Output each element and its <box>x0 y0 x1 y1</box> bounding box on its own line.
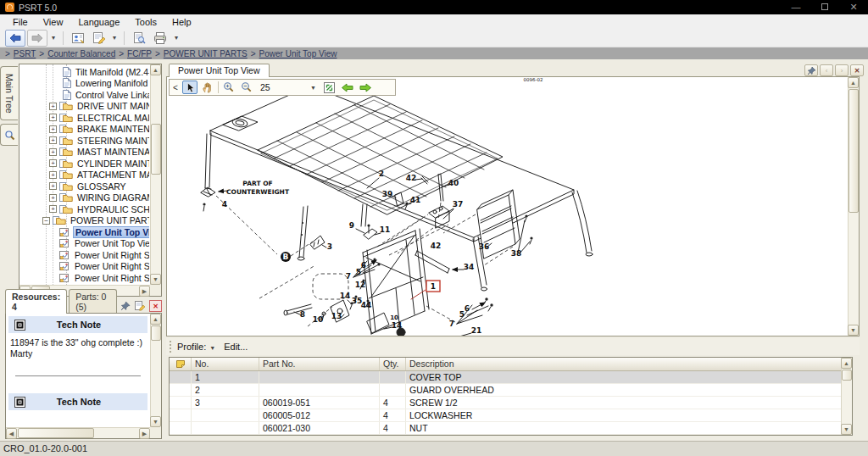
plus-expander-icon[interactable]: + <box>49 114 57 121</box>
forward-button[interactable] <box>27 30 47 47</box>
tree-item[interactable]: Power Unit Right Side Vie <box>20 272 149 284</box>
close-panel-button[interactable]: ✕ <box>149 300 162 312</box>
column-header-description[interactable]: Description <box>406 358 841 370</box>
tree-item[interactable]: +HYDRAULIC SCHEMATIC <box>20 203 149 215</box>
breadcrumb-link[interactable]: POWER UNIT PARTS <box>164 49 248 58</box>
tree-item[interactable]: +MAST MAINTENANCE <box>20 147 149 158</box>
tech-note-icon <box>14 320 25 331</box>
breadcrumb-link[interactable]: FC/FP <box>127 49 152 58</box>
close-view-button[interactable]: ✕ <box>850 64 864 76</box>
tree-vertical-scrollbar[interactable]: ▲ ▼ <box>150 64 161 285</box>
tree-item[interactable]: Power Unit Top View <box>20 226 149 238</box>
tree-item[interactable]: Power Unit Top View (01 <box>20 238 149 250</box>
plus-expander-icon[interactable]: + <box>49 148 57 156</box>
tree-item[interactable]: +STEERING MAINTENANC <box>20 135 149 147</box>
parts-table-row[interactable]: 2GUARD OVERHEAD <box>170 384 841 397</box>
tree-item[interactable]: −POWER UNIT PARTS <box>20 215 149 227</box>
menu-help[interactable]: Help <box>164 17 199 27</box>
pin-view-button[interactable] <box>804 64 818 76</box>
print-button[interactable] <box>150 30 170 47</box>
history-dropdown-caret[interactable]: ▾ <box>49 34 58 42</box>
toolbar-grip[interactable] <box>170 341 172 353</box>
selected-part-callout[interactable]: 1 <box>431 282 436 291</box>
menu-language[interactable]: Language <box>70 17 127 27</box>
zoom-dropdown-caret[interactable]: ▼ <box>310 85 316 91</box>
collapse-toolbar-button[interactable]: < <box>173 83 180 92</box>
tree-item[interactable]: +WIRING DIAGRAMS <box>20 192 149 204</box>
annotation-dropdown-caret[interactable]: ▾ <box>110 34 119 42</box>
select-tool-button[interactable] <box>182 81 198 94</box>
folder-icon <box>59 113 73 123</box>
tree-item[interactable]: Tilt Manifold (M2.4-20 <box>20 66 149 78</box>
plus-expander-icon[interactable]: + <box>49 159 57 167</box>
tree-item[interactable]: +DRIVE UNIT MAINTENAN <box>20 101 149 113</box>
minimize-button[interactable]: — <box>782 0 810 14</box>
part-callout: 36 <box>479 242 490 251</box>
maximize-button[interactable] <box>810 0 839 14</box>
minus-expander-icon[interactable]: − <box>42 217 50 225</box>
row-marker-column-header[interactable] <box>170 358 192 370</box>
fit-view-button[interactable] <box>322 81 337 94</box>
tree-item[interactable]: Lowering Manifold (M <box>20 78 149 90</box>
menu-tools[interactable]: Tools <box>127 17 164 27</box>
tree-item[interactable]: +CYLINDER MAINTENANC <box>20 158 149 170</box>
tree-item[interactable]: +ELECTRICAL MAINTENAI <box>20 112 149 124</box>
tech-note-header[interactable]: Tech Note <box>8 393 147 410</box>
menu-view[interactable]: View <box>36 17 71 27</box>
parts-table-row[interactable]: 060005-0124LOCKWASHER <box>170 409 841 422</box>
tree-item[interactable]: +BRAKE MAINTENANCE <box>20 124 149 136</box>
column-header-part-no[interactable]: Part No. <box>259 358 380 370</box>
plus-expander-icon[interactable]: + <box>49 205 57 213</box>
search-tab[interactable] <box>0 124 18 146</box>
column-header-no[interactable]: No. <box>192 358 259 370</box>
parts-table-row[interactable]: 1COVER TOP <box>170 371 841 384</box>
resources-vertical-scrollbar[interactable]: ▲ ▼ <box>150 314 161 427</box>
back-button[interactable] <box>5 30 25 47</box>
main-tree-tab[interactable]: Main Tree <box>0 66 18 120</box>
plus-expander-icon[interactable]: + <box>49 103 57 110</box>
plus-expander-icon[interactable]: + <box>49 171 57 179</box>
resources-horizontal-scrollbar[interactable]: ◀ ▶ <box>6 427 150 438</box>
profile-dropdown-caret[interactable]: ▼ <box>209 345 215 351</box>
breadcrumb-link[interactable]: PSRT <box>14 49 36 58</box>
print-preview-button[interactable] <box>130 30 148 47</box>
plus-expander-icon[interactable]: + <box>49 194 57 202</box>
contact-search-button[interactable] <box>69 30 88 47</box>
close-button[interactable]: ✕ <box>839 0 868 14</box>
document-tab[interactable]: Power Unit Top View <box>169 64 270 77</box>
plus-expander-icon[interactable]: + <box>49 136 57 144</box>
previous-sheet-button[interactable] <box>340 81 355 94</box>
menu-file[interactable]: File <box>5 17 36 27</box>
pan-tool-button[interactable] <box>200 81 215 94</box>
zoom-level-input[interactable]: 25 <box>257 82 308 92</box>
tab-parts[interactable]: Parts: 0 (5) <box>69 289 117 314</box>
next-sheet-button[interactable] <box>358 81 373 94</box>
parts-table-row[interactable]: 060021-0304NUT <box>170 422 841 435</box>
zoom-in-button[interactable] <box>221 81 236 94</box>
tree-item[interactable]: Power Unit Right Side Vie <box>20 261 149 273</box>
plus-expander-icon[interactable]: + <box>49 125 57 133</box>
parts-table-row[interactable]: 3060019-0514SCREW 1/2 <box>170 397 841 409</box>
tree-item[interactable]: Power Unit Right Side Vie <box>20 249 149 261</box>
breadcrumb-link[interactable]: Counter Balanced <box>47 49 115 58</box>
tree-item[interactable]: +GLOSSARY <box>20 181 149 192</box>
column-header-qty[interactable]: Qty. <box>380 358 406 370</box>
tree-item[interactable]: Control Valve Linkage <box>20 89 149 101</box>
next-view-button[interactable]: › <box>835 64 849 76</box>
tree-item[interactable]: +ATTACHMENT MAINTEN. <box>20 170 149 181</box>
plus-expander-icon[interactable]: + <box>49 182 57 190</box>
tech-note-header[interactable]: Tech Note <box>8 316 147 333</box>
table-vertical-scrollbar[interactable]: ▲ ▼ <box>841 358 852 435</box>
previous-view-button[interactable]: ‹ <box>820 64 833 76</box>
zoom-out-button[interactable] <box>239 81 254 94</box>
viewer-vertical-scrollbar[interactable]: ▲ ▼ <box>848 77 859 336</box>
profile-edit-button[interactable]: Edit... <box>224 342 248 352</box>
tree-item-label: MAST MAINTENANCE <box>75 147 149 157</box>
breadcrumb-link[interactable]: Power Unit Top View <box>259 49 337 58</box>
annotation-button[interactable] <box>90 30 108 47</box>
edit-note-button[interactable] <box>134 300 147 312</box>
tree-item-label: Power Unit Top View (01 <box>73 238 149 248</box>
tab-resources[interactable]: Resources: 4 <box>5 289 67 314</box>
pin-panel-button[interactable] <box>119 300 131 312</box>
print-dropdown-caret[interactable]: ▾ <box>172 34 181 42</box>
